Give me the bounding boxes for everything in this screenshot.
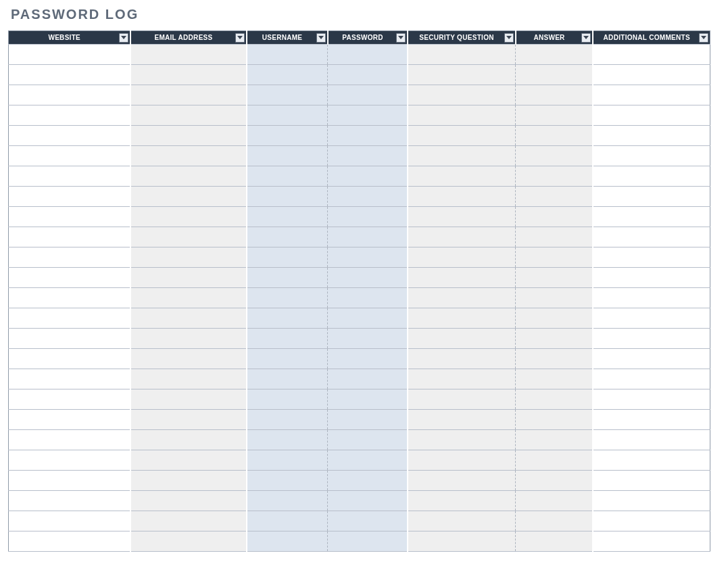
cell-answer[interactable] (516, 65, 593, 85)
cell-password[interactable] (328, 288, 408, 308)
cell-email[interactable] (130, 369, 247, 389)
cell-secq[interactable] (408, 491, 516, 511)
cell-username[interactable] (247, 85, 328, 105)
cell-username[interactable] (247, 268, 328, 288)
cell-secq[interactable] (408, 288, 516, 308)
cell-comments[interactable] (593, 491, 710, 511)
cell-answer[interactable] (516, 207, 593, 227)
cell-website[interactable] (9, 349, 130, 369)
cell-password[interactable] (328, 450, 408, 471)
cell-email[interactable] (130, 207, 247, 227)
cell-password[interactable] (328, 146, 408, 166)
cell-email[interactable] (130, 247, 247, 268)
cell-comments[interactable] (593, 349, 710, 369)
cell-website[interactable] (9, 268, 130, 288)
cell-answer[interactable] (516, 45, 593, 65)
cell-email[interactable] (130, 450, 247, 471)
cell-password[interactable] (328, 227, 408, 247)
cell-email[interactable] (130, 166, 247, 187)
cell-answer[interactable] (516, 511, 593, 531)
cell-password[interactable] (328, 166, 408, 187)
cell-website[interactable] (9, 207, 130, 227)
cell-email[interactable] (130, 85, 247, 105)
filter-dropdown-icon[interactable] (396, 33, 406, 43)
cell-username[interactable] (247, 126, 328, 146)
cell-password[interactable] (328, 329, 408, 349)
cell-email[interactable] (130, 227, 247, 247)
cell-comments[interactable] (593, 369, 710, 389)
cell-comments[interactable] (593, 227, 710, 247)
cell-email[interactable] (130, 288, 247, 308)
cell-password[interactable] (328, 268, 408, 288)
cell-password[interactable] (328, 65, 408, 85)
cell-password[interactable] (328, 45, 408, 65)
cell-answer[interactable] (516, 166, 593, 187)
cell-answer[interactable] (516, 268, 593, 288)
cell-username[interactable] (247, 531, 328, 552)
cell-answer[interactable] (516, 389, 593, 410)
cell-secq[interactable] (408, 146, 516, 166)
cell-username[interactable] (247, 410, 328, 430)
cell-comments[interactable] (593, 450, 710, 471)
cell-username[interactable] (247, 471, 328, 491)
cell-secq[interactable] (408, 187, 516, 207)
cell-secq[interactable] (408, 45, 516, 65)
cell-answer[interactable] (516, 450, 593, 471)
cell-comments[interactable] (593, 105, 710, 126)
cell-website[interactable] (9, 85, 130, 105)
cell-website[interactable] (9, 511, 130, 531)
cell-website[interactable] (9, 471, 130, 491)
cell-username[interactable] (247, 329, 328, 349)
cell-username[interactable] (247, 308, 328, 329)
cell-website[interactable] (9, 166, 130, 187)
cell-email[interactable] (130, 187, 247, 207)
cell-answer[interactable] (516, 329, 593, 349)
cell-answer[interactable] (516, 227, 593, 247)
cell-password[interactable] (328, 511, 408, 531)
cell-website[interactable] (9, 430, 130, 450)
cell-email[interactable] (130, 491, 247, 511)
cell-email[interactable] (130, 329, 247, 349)
cell-username[interactable] (247, 511, 328, 531)
filter-dropdown-icon[interactable] (235, 33, 245, 43)
cell-secq[interactable] (408, 349, 516, 369)
cell-username[interactable] (247, 247, 328, 268)
cell-password[interactable] (328, 308, 408, 329)
cell-username[interactable] (247, 389, 328, 410)
cell-comments[interactable] (593, 410, 710, 430)
cell-answer[interactable] (516, 308, 593, 329)
cell-website[interactable] (9, 247, 130, 268)
cell-secq[interactable] (408, 430, 516, 450)
cell-website[interactable] (9, 531, 130, 552)
cell-secq[interactable] (408, 410, 516, 430)
cell-secq[interactable] (408, 247, 516, 268)
cell-answer[interactable] (516, 105, 593, 126)
cell-secq[interactable] (408, 369, 516, 389)
cell-username[interactable] (247, 227, 328, 247)
cell-secq[interactable] (408, 105, 516, 126)
cell-username[interactable] (247, 45, 328, 65)
cell-secq[interactable] (408, 166, 516, 187)
cell-secq[interactable] (408, 308, 516, 329)
cell-email[interactable] (130, 471, 247, 491)
cell-website[interactable] (9, 369, 130, 389)
cell-comments[interactable] (593, 430, 710, 450)
cell-website[interactable] (9, 105, 130, 126)
cell-password[interactable] (328, 531, 408, 552)
cell-comments[interactable] (593, 146, 710, 166)
cell-username[interactable] (247, 349, 328, 369)
cell-secq[interactable] (408, 389, 516, 410)
cell-email[interactable] (130, 349, 247, 369)
cell-secq[interactable] (408, 511, 516, 531)
cell-website[interactable] (9, 308, 130, 329)
cell-answer[interactable] (516, 146, 593, 166)
cell-answer[interactable] (516, 491, 593, 511)
cell-username[interactable] (247, 369, 328, 389)
cell-comments[interactable] (593, 85, 710, 105)
cell-answer[interactable] (516, 471, 593, 491)
cell-username[interactable] (247, 288, 328, 308)
cell-password[interactable] (328, 349, 408, 369)
cell-website[interactable] (9, 450, 130, 471)
cell-answer[interactable] (516, 531, 593, 552)
cell-password[interactable] (328, 105, 408, 126)
